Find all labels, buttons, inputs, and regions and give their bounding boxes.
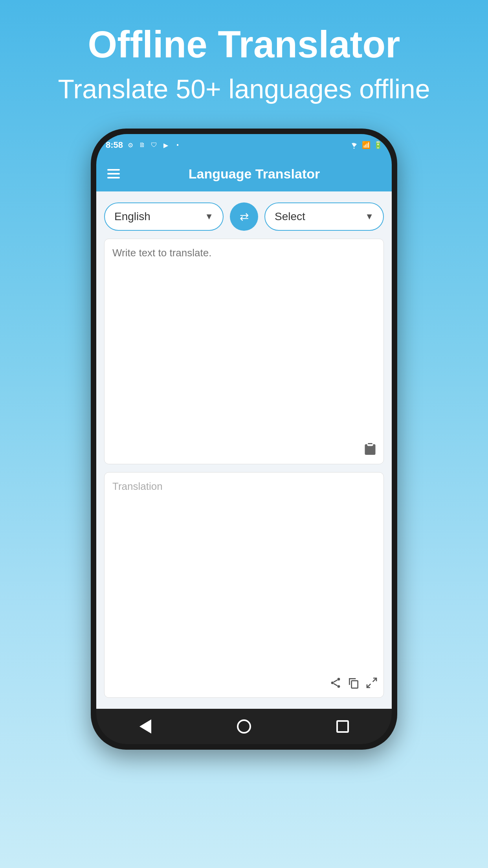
expand-icon [365,677,378,689]
app-bar: Language Translator [96,156,392,191]
promo-subtitle: Translate 50+ languages offline [58,73,430,105]
nav-bar [96,709,392,744]
swap-languages-button[interactable]: ⇄ [230,202,258,231]
share-icon [329,677,342,689]
dot-icon: • [173,141,182,149]
app-title: Language Translator [128,166,381,182]
phone-inner: 8:58 ⚙ 🗎 🛡 ▶ • 📶 🔋 [96,134,392,744]
status-bar: 8:58 ⚙ 🗎 🛡 ▶ • 📶 🔋 [96,134,392,156]
svg-line-8 [367,684,371,688]
copy-icon [347,677,360,689]
shield-icon: 🛡 [150,141,158,149]
promo-section: Offline Translator Translate 50+ languag… [26,0,461,121]
play-icon: ▶ [161,141,170,149]
recents-icon [336,720,349,733]
svg-point-2 [331,682,334,684]
copy-button[interactable] [347,677,360,692]
svg-point-1 [338,678,340,681]
battery-icon: 🔋 [374,141,382,149]
svg-line-4 [334,684,337,686]
expand-button[interactable] [365,677,378,692]
back-icon [139,719,151,734]
paste-button[interactable] [363,442,377,458]
translate-input-box [104,239,384,464]
swap-icon: ⇄ [240,210,249,223]
target-language-dropdown[interactable]: Select ▼ [264,202,384,231]
gear-icon: ⚙ [126,141,135,149]
language-row: English ▼ ⇄ Select ▼ [104,202,384,231]
hamburger-line-1 [107,169,120,171]
back-button[interactable] [136,717,155,736]
wifi-icon [349,142,359,149]
clipboard-icon [363,442,377,456]
translate-input[interactable] [112,247,376,349]
translate-output-box: Translation [104,472,384,698]
output-placeholder: Translation [112,480,376,670]
svg-rect-6 [352,681,358,688]
svg-point-3 [338,685,340,688]
screen-content: English ▼ ⇄ Select ▼ [96,191,392,709]
svg-line-5 [334,680,337,682]
files-icon: 🗎 [138,141,147,149]
home-icon [237,719,251,734]
target-dropdown-arrow-icon: ▼ [365,211,374,222]
phone-wrapper: 8:58 ⚙ 🗎 🛡 ▶ • 📶 🔋 [91,129,397,750]
home-button[interactable] [234,717,254,736]
hamburger-menu-button[interactable] [107,169,120,178]
target-language-label: Select [275,210,305,223]
promo-title: Offline Translator [58,24,430,65]
output-actions [329,677,378,692]
svg-line-7 [373,678,376,682]
svg-point-0 [354,148,355,149]
status-time: 8:58 [106,140,123,150]
hamburger-line-3 [107,177,120,178]
hamburger-line-2 [107,173,120,175]
signal-icon: 📶 [362,141,371,149]
source-dropdown-arrow-icon: ▼ [205,211,213,222]
source-language-dropdown[interactable]: English ▼ [104,202,224,231]
share-button[interactable] [329,677,342,692]
recents-button[interactable] [333,717,352,736]
source-language-label: English [114,210,150,223]
